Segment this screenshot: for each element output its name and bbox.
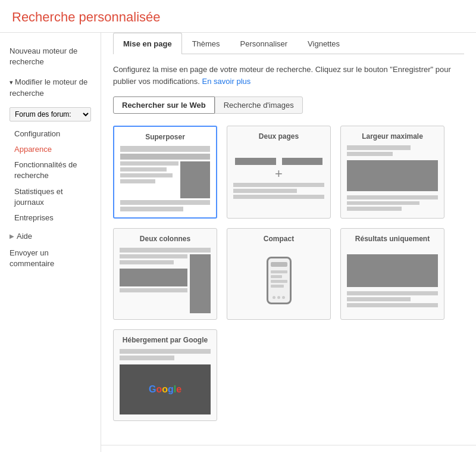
layout-card-largeur-max[interactable]: Largeur maximale [340, 126, 444, 219]
main-content: Mise en page Thèmes Personnaliser Vignet… [101, 33, 476, 445]
layout-deux-colonnes-label: Deux colonnes [120, 235, 211, 243]
layout-compact-label: Compact [233, 235, 324, 243]
sub-tab-web[interactable]: Rechercher sur le Web [113, 96, 215, 114]
layout-card-deux-colonnes[interactable]: Deux colonnes [113, 228, 217, 320]
tab-mise-en-page[interactable]: Mise en page [113, 33, 182, 54]
sidebar-item-statistiques[interactable]: Statistiques et journaux [0, 184, 101, 210]
page-title: Recherche personnalisée [12, 10, 464, 25]
tab-vignettes[interactable]: Vignettes [298, 33, 350, 54]
sidebar-commentaire[interactable]: Envoyer un commentaire [0, 244, 101, 273]
layout-largeur-preview [347, 145, 438, 211]
tab-bar: Mise en page Thèmes Personnaliser Vignet… [113, 33, 464, 54]
layout-card-deux-pages[interactable]: Deux pages + [227, 126, 331, 219]
sidebar-item-apparence[interactable]: Apparence [0, 142, 101, 157]
sidebar-new-engine[interactable]: Nouveau moteur de recherche [0, 42, 101, 71]
layout-options-grid: Superposer [113, 126, 464, 421]
sidebar: Nouveau moteur de recherche Modifier le … [0, 33, 101, 452]
layout-card-google[interactable]: Hébergement par Google Google [113, 329, 217, 421]
sidebar-item-fonctionnalites[interactable]: Fonctionnalités de recherche [0, 157, 101, 183]
layout-largeur-label: Largeur maximale [347, 132, 438, 141]
sidebar-item-entreprises[interactable]: Entreprises [0, 210, 101, 226]
layout-google-label: Hébergement par Google [120, 336, 211, 344]
layout-superposer-preview [120, 146, 210, 211]
sidebar-item-configuration[interactable]: Configuration [0, 126, 101, 142]
description-text: Configurez la mise en page de votre mote… [113, 64, 464, 87]
layout-card-resultats[interactable]: Résultats uniquement [340, 228, 444, 320]
sub-tab-bar: Rechercher sur le Web Recherche d'images [113, 96, 464, 114]
layout-deux-colonnes-preview [120, 248, 211, 313]
layout-deux-pages-label: Deux pages [233, 132, 324, 141]
sidebar-aide[interactable]: ▶ Aide [0, 228, 101, 244]
layout-resultats-label: Résultats uniquement [347, 235, 438, 243]
tab-personnaliser[interactable]: Personnaliser [230, 33, 298, 54]
footer-buttons: Enregistrer Enregistrer et obtenir le co… [101, 445, 476, 452]
en-savoir-plus-link[interactable]: En savoir plus [202, 77, 251, 86]
page-header: Recherche personnalisée [0, 0, 476, 33]
layout-compact-preview [233, 248, 324, 313]
layout-resultats-preview [347, 248, 438, 313]
layout-deux-pages-preview: + [233, 145, 324, 211]
tab-themes[interactable]: Thèmes [182, 33, 230, 54]
aide-arrow-icon: ▶ [10, 233, 14, 239]
sidebar-modify-engine[interactable]: Modifier le moteur de recherche [0, 73, 101, 102]
engine-dropdown[interactable]: Forum des forum: [10, 107, 91, 121]
layout-card-superposer[interactable]: Superposer [113, 126, 217, 219]
layout-superposer-label: Superposer [120, 133, 210, 141]
layout-google-preview: Google [120, 349, 211, 414]
layout-card-compact[interactable]: Compact [227, 228, 331, 320]
sub-tab-images[interactable]: Recherche d'images [215, 96, 303, 114]
